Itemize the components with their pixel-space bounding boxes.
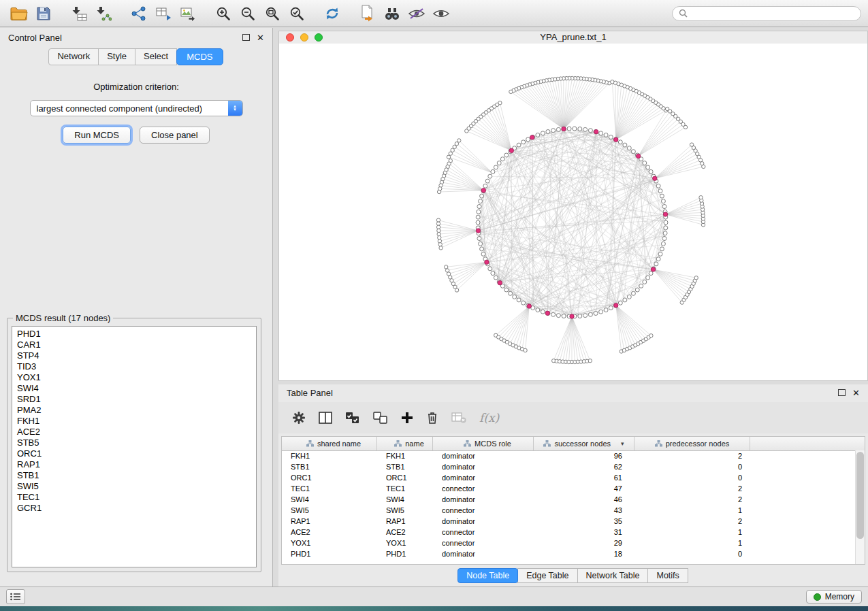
table-row[interactable]: PHD1PHD1dominator180 — [282, 548, 856, 559]
refresh-button[interactable] — [320, 3, 344, 24]
export-document-button[interactable] — [355, 3, 380, 24]
table-tabs: Node Table Edge Table Network Table Moti… — [278, 568, 868, 583]
mcds-result-item[interactable]: YOX1 — [12, 372, 256, 383]
table-row[interactable]: YOX1YOX1connector291 — [282, 538, 856, 548]
import-network-button[interactable] — [91, 3, 116, 24]
tab-mcds[interactable]: MCDS — [176, 48, 223, 65]
table-cell: 18 — [534, 548, 634, 559]
zoom-in-button[interactable] — [211, 3, 236, 24]
memory-button[interactable]: Memory — [806, 590, 862, 604]
mcds-result-item[interactable]: TID3 — [12, 361, 256, 372]
table-row[interactable]: SWI5SWI5connector431 — [282, 505, 856, 516]
tab-node-table[interactable]: Node Table — [457, 568, 518, 583]
tab-select[interactable]: Select — [135, 48, 177, 65]
table-scrollbar[interactable] — [855, 450, 865, 564]
column-header-mcds-role[interactable]: MCDS role — [433, 437, 534, 450]
table-cell: ACE2 — [282, 527, 377, 538]
table-row[interactable]: RAP1RAP1dominator352 — [282, 516, 856, 527]
deselect-all-button[interactable] — [373, 412, 388, 424]
mcds-result-item[interactable]: FKH1 — [12, 416, 256, 427]
mcds-result-item[interactable]: ACE2 — [12, 427, 256, 437]
close-panel-button[interactable]: Close panel — [140, 127, 210, 144]
zoom-selected-button[interactable] — [285, 3, 309, 24]
mcds-result-item[interactable]: CAR1 — [12, 340, 256, 350]
table-cell: FKH1 — [377, 450, 433, 461]
first-neighbors-button[interactable] — [380, 3, 404, 24]
mcds-result-item[interactable]: SRD1 — [12, 394, 256, 405]
column-header-filler — [750, 437, 865, 450]
tab-network-table[interactable]: Network Table — [577, 568, 649, 583]
criterion-dropdown[interactable]: largest connected component (undirected)… — [30, 100, 243, 116]
close-table-panel-icon[interactable]: ✕ — [852, 389, 860, 397]
column-header-shared-name[interactable]: shared name — [282, 437, 377, 450]
close-panel-icon[interactable]: ✕ — [257, 33, 264, 42]
table-toolbar: f(x) — [278, 402, 868, 433]
gear-button[interactable] — [292, 411, 306, 425]
table-cell: RAP1 — [282, 516, 377, 527]
mcds-result-item[interactable]: GCR1 — [12, 503, 256, 514]
zoom-out-button[interactable] — [236, 3, 260, 24]
save-session-button[interactable] — [31, 3, 56, 24]
network-canvas[interactable] — [279, 44, 867, 380]
network-graph[interactable] — [279, 44, 867, 380]
run-mcds-button[interactable]: Run MCDS — [63, 127, 131, 144]
float-table-panel-icon[interactable] — [838, 389, 846, 396]
table-cell: 47 — [534, 483, 634, 494]
columns-button[interactable] — [319, 412, 332, 424]
mcds-result-item[interactable]: PMA2 — [12, 405, 256, 416]
float-panel-icon[interactable] — [242, 34, 250, 41]
mcds-result-item[interactable]: STB5 — [12, 437, 256, 448]
column-icon — [543, 440, 551, 447]
column-header-successor-nodes[interactable]: successor nodes ▾ — [534, 437, 634, 450]
table-row[interactable]: ORC1ORC1dominator610 — [282, 472, 856, 483]
mcds-result-item[interactable]: PHD1 — [12, 329, 256, 340]
delete-button[interactable] — [426, 411, 438, 425]
table-row[interactable]: TEC1TEC1connector472 — [282, 483, 856, 494]
export-image-icon — [180, 6, 196, 21]
tab-edge-table[interactable]: Edge Table — [517, 568, 577, 583]
table-row[interactable]: ACE2ACE2connector311 — [282, 527, 856, 538]
sort-chevron-icon[interactable]: ▾ — [621, 440, 624, 447]
table-cell: 2 — [634, 516, 750, 527]
search-input[interactable] — [692, 8, 854, 19]
share-network-icon — [131, 6, 147, 21]
share-network-button[interactable] — [127, 3, 151, 24]
import-table-button[interactable] — [67, 3, 91, 24]
tab-network[interactable]: Network — [48, 48, 99, 65]
search-field[interactable] — [672, 6, 861, 21]
list-icon — [10, 593, 21, 601]
function-builder-button[interactable]: f(x) — [479, 411, 499, 425]
table-cell: 1 — [634, 505, 750, 516]
table-scrollbar-thumb[interactable] — [856, 452, 864, 539]
mcds-result-list[interactable]: PHD1CAR1STP4TID3YOX1SWI4SRD1PMA2FKH1ACE2… — [12, 326, 257, 567]
add-column-button[interactable] — [401, 412, 413, 424]
mcds-result-item[interactable]: SWI5 — [12, 481, 256, 492]
zoom-fit-button[interactable] — [260, 3, 285, 24]
open-session-button[interactable] — [7, 3, 31, 24]
table-row[interactable]: STB1STB1dominator620 — [282, 461, 856, 472]
hide-graphics-button[interactable] — [404, 3, 429, 24]
select-all-button[interactable] — [345, 412, 360, 424]
control-panel-header: Control Panel ✕ — [0, 28, 272, 47]
network-table-button[interactable] — [151, 3, 176, 24]
column-icon — [464, 440, 471, 447]
table-row[interactable]: SWI4SWI4dominator462 — [282, 494, 856, 505]
mcds-result-item[interactable]: ORC1 — [12, 448, 256, 459]
mcds-result-item[interactable]: STP4 — [12, 350, 256, 361]
tab-style[interactable]: Style — [98, 48, 135, 65]
table-row[interactable]: FKH1FKH1dominator962 — [282, 450, 856, 461]
tab-motifs[interactable]: Motifs — [647, 568, 688, 583]
column-icon — [306, 440, 314, 447]
memory-status-icon — [814, 593, 821, 601]
mcds-result-item[interactable]: RAP1 — [12, 459, 256, 470]
delete-column-button[interactable] — [451, 412, 466, 424]
mcds-result-item[interactable]: SWI4 — [12, 383, 256, 394]
mcds-result-item[interactable]: TEC1 — [12, 492, 256, 503]
table-cell: YOX1 — [282, 538, 377, 548]
show-graphics-button[interactable] — [429, 3, 453, 24]
export-image-button[interactable] — [176, 3, 200, 24]
mcds-result-item[interactable]: STB1 — [12, 470, 256, 481]
status-menu-button[interactable] — [6, 589, 25, 604]
column-header-predecessor-nodes[interactable]: predecessor nodes — [634, 437, 750, 450]
column-header-name[interactable]: name — [377, 437, 433, 450]
